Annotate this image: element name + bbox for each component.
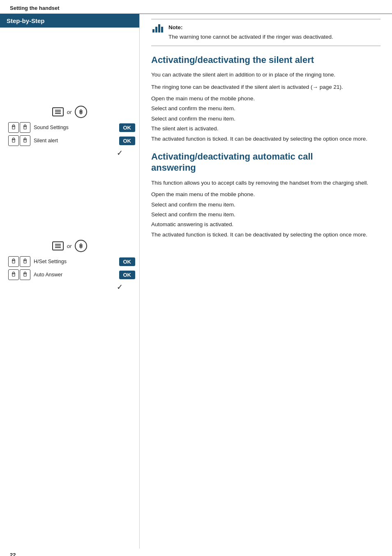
section2-step3: Select and confirm the menu item.: [151, 211, 380, 219]
note-box: Note: The warning tone cannot be activat…: [151, 19, 380, 46]
phone-icons-auto: [8, 269, 30, 280]
svg-point-8: [24, 125, 26, 126]
svg-rect-3: [80, 111, 82, 113]
section1-step3-text: Select and confirm the menu item.: [151, 115, 235, 123]
section1-step2: Select and confirm the menu item.: [151, 104, 380, 113]
section1-steps: or: [4, 106, 135, 158]
page-number: 22: [0, 549, 392, 556]
menu-or-nav-row1: or: [52, 106, 88, 118]
svg-point-12: [13, 138, 14, 139]
svg-rect-5: [12, 127, 15, 129]
section1-step3: Select and confirm the menu item.: [151, 115, 380, 123]
section2-steps: or: [4, 240, 135, 292]
svg-point-36: [24, 272, 26, 273]
ok-button-auto[interactable]: OK: [119, 271, 136, 279]
svg-rect-23: [80, 245, 82, 247]
section2-step2-text: Select and confirm the menu item.: [151, 201, 235, 209]
sidebar-content: or: [0, 28, 139, 296]
svg-rect-33: [12, 274, 15, 276]
svg-point-32: [13, 272, 14, 273]
svg-point-24: [13, 259, 14, 260]
note-icon: [151, 24, 164, 32]
page-header: Setting the handset: [0, 0, 392, 14]
section2: Activating/deactivating automatic call a…: [151, 151, 380, 239]
nav-circle-icon2: [75, 240, 87, 252]
menu-or-nav-row2: or: [52, 240, 88, 252]
silent-alert-label: Silent alert: [32, 138, 118, 144]
svg-rect-17: [24, 140, 26, 142]
svg-rect-25: [12, 261, 15, 263]
ok-button-silent[interactable]: OK: [119, 137, 136, 145]
ok-button-sound[interactable]: OK: [119, 123, 136, 132]
bar4: [161, 27, 163, 32]
ph-box-1a: [8, 122, 19, 133]
ph-box-4b: [20, 269, 30, 280]
auto-answer-row: Auto Answer OK: [4, 269, 135, 280]
section1-step2-text: Select and confirm the menu item.: [151, 104, 235, 113]
hset-settings-row: H/Set Settings OK: [4, 256, 135, 267]
section1-step1-text: Open the main menu of the mobile phone.: [151, 95, 255, 103]
ph-box-3b: [20, 256, 30, 267]
section1-step5: The activated function is ticked. It can…: [151, 134, 380, 144]
sidebar: Step-by-Step or: [0, 14, 140, 549]
section2-step1: Open the main menu of the mobile phone.: [151, 190, 380, 199]
section1-step4: The silent alert is activated.: [151, 125, 380, 133]
phone-icons-hset: [8, 256, 30, 267]
step-by-step-header: Step-by-Step: [0, 14, 139, 28]
bar1: [152, 29, 154, 32]
svg-rect-13: [12, 140, 15, 142]
ph-box-3a: [8, 256, 19, 267]
section1-step4-text: The silent alert is activated.: [151, 125, 219, 133]
note-text: Note: The warning tone cannot be activat…: [168, 23, 333, 42]
section2-title: Activating/deactivating automatic call a…: [151, 151, 380, 174]
phone-icons-sound: [8, 122, 30, 133]
auto-answer-label: Auto Answer: [32, 272, 118, 278]
note-body: The warning tone cannot be activated if …: [168, 33, 333, 41]
section2-step2: Select and confirm the menu item.: [151, 201, 380, 209]
ph-box-1b: [20, 122, 30, 133]
svg-point-28: [24, 259, 26, 260]
checkmark1: ✓: [4, 148, 135, 158]
section1-title: Activating/deactivating the silent alert: [151, 54, 380, 66]
phone-icons-silent: [8, 135, 30, 146]
svg-rect-37: [24, 274, 26, 276]
hset-settings-label: H/Set Settings: [32, 259, 118, 264]
menu-lines-icon2: [52, 241, 64, 250]
sound-settings-row: Sound Settings OK: [4, 122, 135, 133]
ph-box-2a: [8, 135, 19, 146]
section2-step3-text: Select and confirm the menu item.: [151, 211, 235, 219]
silent-alert-row: Silent alert OK: [4, 135, 135, 146]
or-label2: or: [67, 243, 72, 249]
header-text: Setting the handset: [10, 5, 60, 11]
svg-point-4: [13, 125, 14, 126]
main-layout: Step-by-Step or: [0, 14, 392, 549]
section2-step4-text: Automatic answering is activated.: [151, 220, 233, 229]
note-title: Note:: [168, 23, 333, 32]
section2-step5: The activated function is ticked. It can…: [151, 230, 380, 239]
svg-point-16: [24, 138, 26, 139]
svg-rect-9: [24, 127, 26, 129]
ph-box-4a: [8, 269, 19, 280]
section1: Activating/deactivating the silent alert…: [151, 54, 380, 144]
menu-lines-icon: [52, 107, 64, 116]
note-bars: [152, 24, 163, 32]
section2-step1-text: Open the main menu of the mobile phone.: [151, 190, 255, 199]
checkmark2: ✓: [4, 283, 135, 292]
sound-settings-label: Sound Settings: [32, 125, 118, 130]
ph-box-2b: [20, 135, 30, 146]
section2-step4: Automatic answering is activated.: [151, 220, 380, 229]
content: Note: The warning tone cannot be activat…: [140, 14, 392, 549]
section1-para1: You can activate the silent alert in add…: [151, 70, 380, 79]
page: Setting the handset Step-by-Step: [0, 0, 392, 556]
section1-para2: The ringing tone can be deactivated if t…: [151, 83, 380, 92]
section1-step1: Open the main menu of the mobile phone.: [151, 95, 380, 103]
bar2: [155, 27, 157, 32]
section2-para1: This function allows you to accept calls…: [151, 178, 380, 188]
or-label1: or: [67, 109, 72, 115]
bar3: [158, 24, 160, 32]
nav-circle-icon1: [75, 106, 87, 118]
ok-button-hset[interactable]: OK: [119, 257, 136, 266]
svg-rect-29: [24, 261, 26, 263]
